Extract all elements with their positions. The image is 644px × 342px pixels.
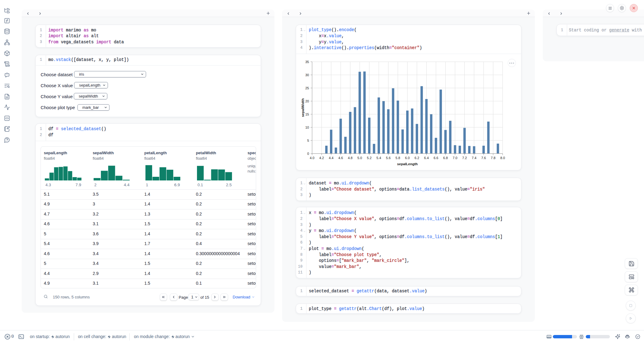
svg-text:7.2: 7.2: [462, 156, 467, 160]
svg-text:5.6: 5.6: [386, 156, 391, 160]
svg-text:7.6: 7.6: [481, 156, 486, 160]
svg-text:6.2: 6.2: [415, 156, 419, 160]
svg-text:4.4: 4.4: [329, 156, 333, 160]
svg-text:30: 30: [305, 73, 309, 77]
svg-text:8.0: 8.0: [500, 156, 505, 160]
svg-text:6.8: 6.8: [443, 156, 448, 160]
svg-text:20: 20: [305, 99, 309, 103]
svg-text:6.6: 6.6: [434, 156, 438, 160]
svg-text:4.6: 4.6: [338, 156, 343, 160]
svg-text:4.8: 4.8: [348, 156, 352, 160]
svg-text:15: 15: [305, 112, 309, 116]
svg-text:4.2: 4.2: [319, 156, 324, 160]
svg-text:5.2: 5.2: [367, 156, 371, 160]
svg-text:10: 10: [305, 125, 309, 129]
svg-text:5.8: 5.8: [395, 156, 400, 160]
svg-text:5.4: 5.4: [377, 156, 381, 160]
svg-text:6.0: 6.0: [405, 156, 410, 160]
svg-text:35: 35: [305, 60, 309, 63]
svg-text:6.4: 6.4: [424, 156, 429, 160]
svg-text:sepalWidth: sepalWidth: [301, 98, 305, 117]
svg-text:sepalLength: sepalLength: [397, 162, 418, 166]
svg-text:25: 25: [305, 86, 309, 90]
svg-text:7.8: 7.8: [491, 156, 496, 160]
svg-text:4.0: 4.0: [310, 156, 314, 160]
svg-text:7.0: 7.0: [453, 156, 457, 160]
svg-text:0: 0: [307, 151, 309, 155]
svg-text:7.4: 7.4: [472, 156, 476, 160]
svg-text:5: 5: [307, 138, 309, 142]
svg-text:5.0: 5.0: [357, 156, 362, 160]
